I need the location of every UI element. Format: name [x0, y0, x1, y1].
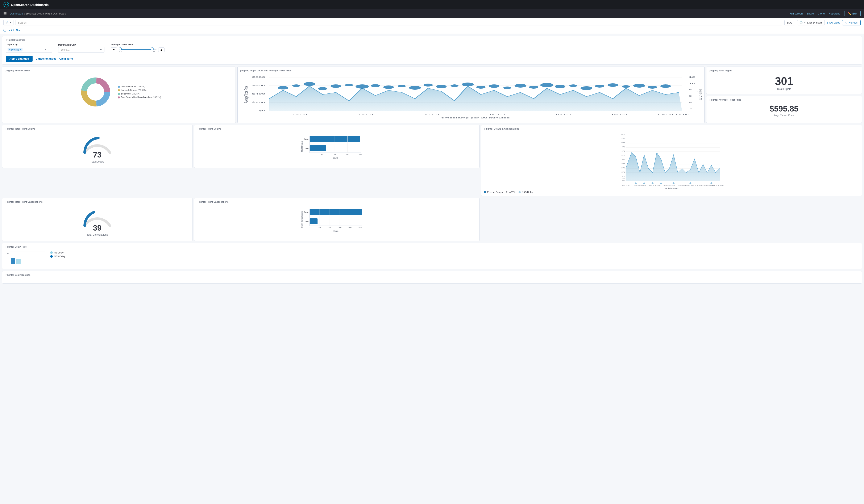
svg-point-36	[436, 85, 446, 88]
svg-text:0: 0	[309, 226, 310, 229]
svg-rect-119	[310, 209, 362, 215]
delay-gauge-number: 73	[93, 150, 101, 159]
slider-track[interactable]	[119, 49, 157, 50]
avg-ticket-label: Average Ticket Price	[111, 43, 165, 46]
hamburger-icon[interactable]: ☰	[3, 11, 7, 16]
airline-carrier-panel: [Flights] Airline Carrier OpenSearch-Air…	[2, 66, 236, 123]
svg-text:18:00: 18:00	[358, 113, 373, 115]
svg-text:21:00: 21:00	[424, 113, 439, 115]
slider-track-wrap: 102 997	[119, 47, 157, 53]
donut-chart-wrap: OpenSearch-Air (23.92%) Logstash Airways…	[5, 74, 233, 110]
origin-city-tag: New York ✕	[8, 48, 23, 51]
slider-min-label: 102	[119, 50, 122, 53]
legend-beatswest: BeatsWest (24.25%)	[118, 93, 161, 95]
dql-button[interactable]: DQL	[784, 20, 795, 25]
flight-delays-chart: Flight Delays false true 0 50 100 150 20…	[197, 132, 477, 162]
logo-text: OpenSearch Dashboards	[11, 3, 49, 7]
reporting-link[interactable]: Reporting	[828, 12, 840, 15]
row-4: [Flights] Delay Type 12 No Delay	[2, 243, 862, 269]
origin-city-clear-icon[interactable]: ✕	[45, 48, 47, 51]
share-link[interactable]: Share	[807, 12, 814, 15]
flight-cancellations-title: [Flights] Flight Cancellations	[197, 200, 477, 203]
svg-text:5%: 5%	[623, 177, 625, 179]
svg-text:Flight Delays: Flight Delays	[301, 141, 303, 152]
svg-marker-105	[651, 182, 654, 184]
svg-text:150: 150	[338, 226, 341, 229]
svg-point-28	[331, 84, 341, 88]
destination-city-select[interactable]: Select... ▼	[58, 47, 105, 53]
delays-cancellations-legend: Percent Delays 21.429% NAS Delay	[484, 191, 859, 193]
legend-osd-airlines: OpenSearch Dashboards Airlines (23.92%)	[118, 96, 161, 98]
edit-label: Edit	[852, 12, 857, 15]
svg-text:2023-10-03 21:00: 2023-10-03 21:00	[664, 185, 675, 186]
svg-text:2023-10-03 15:00: 2023-10-03 15:00	[634, 185, 646, 186]
svg-text:$400: $400	[252, 93, 265, 95]
refresh-button[interactable]: ↻ Refresh	[842, 20, 861, 25]
slider-thumb-left[interactable]	[119, 48, 122, 50]
donut-chart	[77, 75, 115, 109]
svg-text:12: 12	[688, 76, 695, 78]
delays-cancellations-title: [Flights] Delays & Cancellations	[484, 127, 859, 130]
add-filter-button[interactable]: + Add filter	[9, 29, 21, 32]
fullscreen-link[interactable]: Full screen	[789, 12, 803, 15]
search-input[interactable]	[18, 21, 780, 24]
svg-text:100: 100	[328, 226, 331, 229]
svg-text:50: 50	[321, 153, 323, 156]
flight-delays-panel: [Flights] Flight Delays Flight Delays fa…	[194, 125, 480, 168]
avg-ticket-group: Average Ticket Price ▼ 102 997 ▲	[111, 43, 165, 53]
svg-marker-109	[710, 182, 712, 184]
svg-point-25	[292, 84, 300, 87]
svg-point-50	[622, 85, 630, 88]
total-flights-label: Total Flights	[709, 87, 859, 90]
svg-point-52	[648, 86, 657, 89]
time-picker[interactable]: 🕐 ▼ Last 24 hours	[797, 20, 825, 25]
svg-point-53	[660, 84, 671, 88]
svg-text:06:00: 06:00	[612, 113, 627, 115]
cancel-changes-button[interactable]: Cancel changes	[36, 57, 56, 60]
svg-text:true: true	[305, 147, 309, 150]
svg-point-27	[318, 87, 327, 90]
row-3: [Flights] Total Flight Cancellations 39 …	[2, 198, 862, 241]
slider-labels: 102 997	[119, 50, 157, 53]
show-dates-link[interactable]: Show dates	[827, 21, 840, 24]
tag-close-icon[interactable]: ✕	[19, 48, 21, 51]
legend-nas-delay: NAS Delay	[518, 191, 533, 193]
cancellations-gauge-wrap: 39 Total Cancellations	[5, 205, 190, 238]
svg-text:15:00: 15:00	[292, 113, 307, 115]
search-type-chevron: ▼	[10, 22, 12, 24]
breadcrumb-dashboard[interactable]: Dashboard	[10, 12, 23, 15]
delays-cancellations-chart: 60% 55% 50% 45% 40% 35% 30% 25% 20% 15% …	[484, 132, 859, 187]
delays-cancellations-panel: [Flights] Delays & Cancellations 60% 55%…	[481, 125, 862, 196]
svg-point-39	[476, 86, 485, 89]
origin-city-group: Origin City New York ✕ ✕ ⌄	[6, 43, 52, 53]
apply-changes-button[interactable]: Apply changes	[6, 56, 33, 62]
slider-up-button[interactable]: ▲	[158, 48, 165, 52]
controls-panel: [Flights] Controls Origin City New York …	[2, 36, 862, 64]
slider-thumb-right[interactable]	[151, 48, 154, 50]
clone-link[interactable]: Clone	[818, 12, 825, 15]
total-cancellations-panel: [Flights] Total Flight Cancellations 39 …	[2, 198, 192, 241]
svg-point-34	[409, 86, 421, 90]
delay-buckets-title: [Flights] Delay Buckets	[5, 274, 859, 276]
svg-text:09:00: 09:00	[658, 113, 673, 115]
clear-form-button[interactable]: Clear form	[59, 57, 73, 60]
svg-text:Average Ticket Price: Average Ticket Price	[243, 86, 249, 103]
svg-text:25%: 25%	[622, 163, 625, 165]
svg-point-48	[595, 85, 604, 88]
refresh-icon: ↻	[845, 21, 848, 24]
opensearch-logo-icon	[3, 2, 9, 8]
total-cancellations-title: [Flights] Total Flight Cancellations	[5, 200, 190, 203]
svg-text:$200: $200	[252, 101, 265, 103]
nas-delay-legend-item: NAS Delay	[50, 255, 65, 258]
svg-text:03:00: 03:00	[556, 113, 571, 115]
controls-panel-title: [Flights] Controls	[6, 39, 858, 41]
svg-point-26	[303, 82, 315, 86]
origin-city-chevron-icon[interactable]: ⌄	[48, 48, 50, 51]
edit-button[interactable]: ✏️ Edit	[844, 11, 861, 16]
svg-point-35	[423, 84, 433, 87]
origin-city-select[interactable]: New York ✕ ✕ ⌄	[6, 47, 52, 53]
svg-text:timestamp per 30 minutes: timestamp per 30 minutes	[442, 117, 510, 119]
slider-down-button[interactable]: ▼	[111, 48, 117, 52]
search-type-selector[interactable]: 📄 ▼	[3, 20, 13, 25]
flight-count-panel: [Flights] Flight Count and Average Ticke…	[238, 66, 705, 123]
